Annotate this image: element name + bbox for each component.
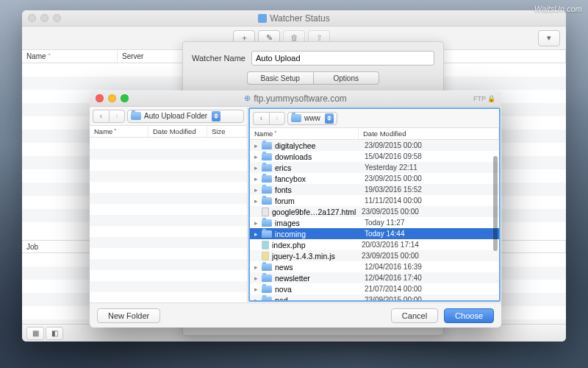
- file-name: jquery-1.4.3.min.js: [272, 252, 359, 261]
- remote-file-list[interactable]: ▸digitalychee23/09/2015 00:00▸downloads1…: [250, 140, 499, 300]
- col-date[interactable]: Date Modified: [359, 128, 499, 139]
- minimize-dot[interactable]: [40, 14, 49, 22]
- tab-options[interactable]: Options: [313, 71, 380, 85]
- scrollbar-thumb[interactable]: [493, 156, 498, 251]
- disclosure-triangle-icon: ▸: [253, 142, 259, 149]
- sidebar-toggle-button[interactable]: ◧: [46, 327, 63, 340]
- file-row[interactable]: ▸forum11/11/2014 00:00: [250, 195, 499, 206]
- local-nav-back-forward[interactable]: ‹ ›: [93, 110, 125, 123]
- remote-path-popup[interactable]: www: [287, 112, 337, 125]
- back-button[interactable]: ‹: [253, 112, 269, 125]
- disclosure-triangle-icon: ▸: [253, 297, 259, 301]
- lock-icon: 🔒: [487, 95, 495, 102]
- choose-button[interactable]: Choose: [444, 308, 494, 323]
- file-name: digitalychee: [275, 141, 362, 150]
- folder-icon: [262, 153, 272, 160]
- titlebar: Watcher Status: [22, 10, 566, 26]
- watermark: WaitsUn.com: [534, 4, 582, 13]
- file-name: pad: [275, 296, 362, 301]
- dropdown-icon: [325, 113, 334, 124]
- file-row[interactable]: ▸incomingToday 14:44: [250, 228, 499, 239]
- file-row[interactable]: ▸downloads15/04/2016 09:58: [250, 151, 499, 162]
- file-name: fancybox: [275, 174, 362, 183]
- file-row[interactable]: ▸fonts19/03/2016 15:52: [250, 184, 499, 195]
- col-name[interactable]: Name˄: [22, 50, 118, 63]
- grid-icon: ▦: [32, 329, 39, 337]
- file-row[interactable]: ▸imagesToday 11:27: [250, 217, 499, 228]
- file-row[interactable]: ▸fancybox23/09/2015 00:00: [250, 173, 499, 184]
- sort-asc-icon: ˄: [48, 53, 51, 60]
- zoom-dot[interactable]: [53, 14, 61, 22]
- scrollbar[interactable]: [493, 156, 498, 291]
- php-file-icon: [262, 241, 269, 250]
- dialog-footer: New Folder Cancel Choose: [90, 302, 501, 328]
- file-row[interactable]: google9bfe…2a127.html23/09/2015 00:00: [250, 206, 499, 217]
- js-file-icon: [262, 252, 269, 261]
- chevron-right-icon: ›: [115, 112, 118, 120]
- file-row[interactable]: index.php20/03/2016 17:14: [250, 239, 499, 250]
- sort-asc-icon: ˄: [274, 131, 277, 137]
- zoom-dot[interactable]: [121, 94, 129, 102]
- back-button[interactable]: ‹: [93, 110, 109, 123]
- folder-icon: [262, 175, 272, 183]
- remote-nav-back-forward[interactable]: ‹ ›: [253, 112, 285, 125]
- disclosure-triangle-icon: ▸: [253, 275, 259, 282]
- disclosure-triangle-icon: ▸: [253, 164, 259, 171]
- file-name: nova: [275, 285, 362, 294]
- filter-button[interactable]: ▾: [538, 30, 560, 46]
- window-title: Watcher Status: [22, 13, 566, 24]
- cancel-button[interactable]: Cancel: [391, 308, 438, 323]
- dialog-traffic-lights[interactable]: [96, 94, 129, 102]
- local-file-list[interactable]: [90, 138, 247, 302]
- close-dot[interactable]: [28, 14, 36, 22]
- filter-icon: ▾: [547, 34, 551, 42]
- disclosure-triangle-icon: ▸: [253, 186, 259, 194]
- file-date: 20/03/2016 17:14: [362, 241, 499, 249]
- folder-icon: [262, 142, 272, 149]
- html-file-icon: [262, 208, 269, 216]
- remote-columns: Name˄ Date Modified: [250, 128, 499, 140]
- file-row[interactable]: ▸pad23/09/2015 00:00: [250, 294, 499, 300]
- globe-icon: ⊕: [244, 94, 251, 102]
- local-path-popup[interactable]: Auto Upload Folder: [127, 110, 244, 123]
- new-folder-button[interactable]: New Folder: [97, 308, 160, 323]
- chevron-left-icon: ‹: [260, 114, 262, 122]
- watcher-name-label: Watcher Name: [192, 54, 245, 63]
- file-row[interactable]: ▸digitalychee23/09/2015 00:00: [250, 140, 499, 151]
- watcher-name-input[interactable]: [251, 51, 434, 66]
- file-name: images: [275, 219, 362, 227]
- file-date: 12/04/2016 17:40: [365, 274, 499, 282]
- col-size[interactable]: Size: [207, 126, 247, 137]
- file-row[interactable]: ▸ericsYesterday 22:11: [250, 162, 499, 173]
- file-name: forum: [275, 197, 362, 205]
- file-row[interactable]: ▸newsletter12/04/2016 17:40: [250, 272, 499, 283]
- file-row[interactable]: jquery-1.4.3.min.js23/09/2015 00:00: [250, 250, 499, 261]
- chevron-right-icon: ›: [276, 114, 278, 122]
- file-row[interactable]: ▸nova21/07/2014 00:00: [250, 283, 499, 294]
- disclosure-triangle-icon: ▸: [253, 230, 259, 238]
- close-dot[interactable]: [96, 94, 104, 102]
- forward-button[interactable]: ›: [269, 112, 285, 125]
- disclosure-triangle-icon: ▸: [253, 153, 259, 160]
- local-columns: Name˄ Date Modified Size: [90, 126, 247, 138]
- tab-basic-setup[interactable]: Basic Setup: [247, 71, 313, 85]
- forward-button[interactable]: ›: [109, 110, 125, 123]
- folder-icon: [262, 186, 272, 194]
- disclosure-triangle-icon: ▸: [253, 219, 259, 227]
- file-row[interactable]: ▸news12/04/2016 16:39: [250, 261, 499, 272]
- file-date: 21/07/2014 00:00: [365, 285, 499, 293]
- file-date: 23/09/2015 00:00: [362, 208, 499, 216]
- remote-pane: ‹ › www Name˄ Date Modified ▸digitalyche…: [248, 107, 501, 302]
- col-name[interactable]: Name˄: [250, 128, 359, 139]
- col-name[interactable]: Name˄: [90, 126, 148, 137]
- file-date: 23/09/2015 00:00: [365, 174, 499, 183]
- disclosure-triangle-icon: ▸: [253, 175, 259, 183]
- file-date: 15/04/2016 09:58: [365, 152, 499, 160]
- file-date: Today 14:44: [365, 230, 499, 238]
- col-date[interactable]: Date Modified: [148, 126, 207, 137]
- file-name: google9bfe…2a127.html: [272, 208, 359, 216]
- grid-view-button[interactable]: ▦: [26, 327, 44, 340]
- window-traffic-lights[interactable]: [28, 14, 61, 22]
- minimize-dot[interactable]: [108, 94, 116, 102]
- app-icon: [258, 14, 267, 23]
